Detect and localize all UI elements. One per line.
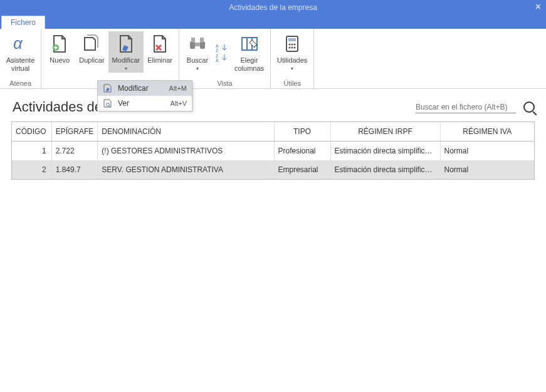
calculator-icon bbox=[282, 34, 302, 54]
svg-text:A: A bbox=[216, 58, 219, 62]
svg-point-22 bbox=[107, 103, 110, 106]
window-title: Actividades de la empresa bbox=[229, 3, 317, 12]
title-bar: Actividades de la empresa × bbox=[0, 0, 546, 15]
cell-epigrafe: 1.849.7 bbox=[51, 160, 98, 179]
ribbon: α Asistente virtual Atenea Nuevo Duplica… bbox=[0, 29, 546, 89]
cell-codigo: 1 bbox=[12, 142, 51, 161]
delete-doc-icon bbox=[150, 34, 170, 54]
sort-asc-button[interactable]: AZ bbox=[216, 43, 228, 52]
cell-irpf: Estimación directa simplific… bbox=[330, 142, 440, 161]
sort-buttons: AZ ZA bbox=[213, 31, 231, 74]
search-icon[interactable] bbox=[523, 101, 535, 113]
col-epigrafe[interactable]: EPÍGRAFE bbox=[51, 122, 98, 142]
close-icon[interactable]: × bbox=[535, 1, 541, 13]
binoculars-icon bbox=[187, 34, 207, 54]
dropdown-ver-label: Ver bbox=[118, 99, 129, 108]
buscar-label: Buscar bbox=[187, 56, 208, 64]
activities-table: CÓDIGO EPÍGRAFE DENOMINACIÓN TIPO RÉGIME… bbox=[12, 122, 534, 179]
page-title: Actividades de l bbox=[13, 99, 109, 115]
buscar-button[interactable]: Buscar ▾ bbox=[182, 31, 213, 74]
cell-tipo: Empresarial bbox=[274, 160, 330, 179]
group-label-vista: Vista bbox=[182, 78, 268, 87]
tab-strip: Fichero bbox=[0, 15, 546, 29]
cell-irpf: Estimación directa simplific… bbox=[330, 160, 440, 179]
view-icon bbox=[103, 98, 113, 108]
chevron-down-icon: ▾ bbox=[196, 66, 199, 71]
sort-desc-button[interactable]: ZA bbox=[216, 53, 228, 62]
nuevo-button[interactable]: Nuevo bbox=[44, 31, 75, 73]
activities-table-wrap: CÓDIGO EPÍGRAFE DENOMINACIÓN TIPO RÉGIME… bbox=[11, 121, 535, 180]
elegir-columnas-button[interactable]: Elegir columnas bbox=[231, 31, 268, 74]
chevron-down-icon: ▾ bbox=[291, 66, 293, 71]
modificar-label: Modificar bbox=[112, 56, 140, 64]
elegir-label: Elegir columnas bbox=[234, 56, 264, 73]
table-header-row: CÓDIGO EPÍGRAFE DENOMINACIÓN TIPO RÉGIME… bbox=[12, 122, 534, 142]
tab-fichero[interactable]: Fichero bbox=[1, 16, 45, 29]
table-row[interactable]: 2 1.849.7 SERV. GESTION ADMINISTRATIVA E… bbox=[12, 160, 534, 179]
search-input[interactable] bbox=[416, 101, 516, 113]
col-irpf[interactable]: RÉGIMEN IRPF bbox=[330, 122, 440, 142]
duplicar-button[interactable]: Duplicar bbox=[75, 31, 108, 73]
utilidades-button[interactable]: Utilidades ▾ bbox=[273, 31, 311, 73]
modificar-button[interactable]: Modificar ▾ bbox=[108, 31, 144, 73]
ribbon-group-vista: Buscar ▾ AZ ZA Elegir columnas Vista bbox=[179, 29, 271, 88]
svg-point-19 bbox=[289, 47, 291, 49]
svg-rect-15 bbox=[288, 38, 296, 41]
cell-iva: Normal bbox=[440, 160, 534, 179]
svg-point-17 bbox=[291, 44, 293, 46]
duplicar-label: Duplicar bbox=[79, 56, 104, 64]
eliminar-button[interactable]: Eliminar bbox=[144, 31, 176, 73]
ribbon-group-atenea: α Asistente virtual Atenea bbox=[0, 29, 41, 88]
dropdown-modificar-shortcut: Alt+M bbox=[169, 85, 187, 92]
svg-text:Z: Z bbox=[216, 54, 219, 58]
eliminar-label: Eliminar bbox=[147, 56, 172, 64]
dropdown-item-modificar[interactable]: Modificar Alt+M bbox=[98, 81, 192, 96]
col-iva[interactable]: RÉGIMEN IVA bbox=[440, 122, 534, 142]
svg-point-18 bbox=[294, 44, 296, 46]
svg-text:A: A bbox=[216, 44, 219, 48]
cell-codigo: 2 bbox=[12, 160, 51, 179]
col-denominacion[interactable]: DENOMINACIÓN bbox=[98, 122, 274, 142]
edit-doc-icon bbox=[116, 34, 136, 54]
asistente-virtual-button[interactable]: α Asistente virtual bbox=[3, 31, 38, 74]
cell-epigrafe: 2.722 bbox=[51, 142, 98, 161]
table-row[interactable]: 1 2.722 (!) GESTORES ADMINISTRATIVOS Pro… bbox=[12, 142, 534, 161]
svg-rect-4 bbox=[195, 43, 200, 46]
svg-rect-5 bbox=[191, 38, 195, 43]
new-doc-icon bbox=[50, 34, 70, 54]
cell-denom: (!) GESTORES ADMINISTRATIVOS bbox=[98, 142, 274, 161]
search-wrap bbox=[416, 101, 535, 113]
content-header: Actividades de l bbox=[0, 89, 546, 121]
group-label-atenea: Atenea bbox=[3, 78, 38, 87]
columns-icon bbox=[239, 34, 260, 54]
utilidades-label: Utilidades bbox=[277, 56, 307, 64]
cell-denom: SERV. GESTION ADMINISTRATIVA bbox=[98, 160, 274, 179]
nuevo-label: Nuevo bbox=[50, 56, 70, 64]
modificar-dropdown: Modificar Alt+M Ver Alt+V bbox=[97, 80, 192, 111]
svg-rect-6 bbox=[200, 38, 204, 43]
dropdown-modificar-label: Modificar bbox=[118, 84, 149, 93]
duplicate-icon bbox=[81, 34, 102, 54]
dropdown-ver-shortcut: Alt+V bbox=[170, 100, 187, 107]
svg-text:Z: Z bbox=[216, 48, 219, 52]
cell-iva: Normal bbox=[440, 142, 534, 161]
svg-point-20 bbox=[291, 47, 293, 49]
ribbon-group-mant: Nuevo Duplicar Modificar ▾ Eliminar bbox=[41, 29, 179, 88]
svg-text:α: α bbox=[13, 34, 23, 53]
cell-tipo: Profesional bbox=[274, 142, 330, 161]
svg-point-21 bbox=[294, 47, 296, 49]
ribbon-group-utiles: Utilidades ▾ Útiles bbox=[271, 29, 314, 88]
group-label-utiles: Útiles bbox=[273, 78, 311, 87]
svg-point-16 bbox=[289, 44, 291, 46]
dropdown-item-ver[interactable]: Ver Alt+V bbox=[98, 96, 192, 111]
col-tipo[interactable]: TIPO bbox=[274, 122, 330, 142]
edit-icon bbox=[103, 83, 113, 93]
alpha-icon: α bbox=[11, 34, 31, 54]
col-codigo[interactable]: CÓDIGO bbox=[12, 122, 51, 142]
asistente-label: Asistente virtual bbox=[6, 56, 34, 73]
chevron-down-icon: ▾ bbox=[125, 66, 127, 71]
